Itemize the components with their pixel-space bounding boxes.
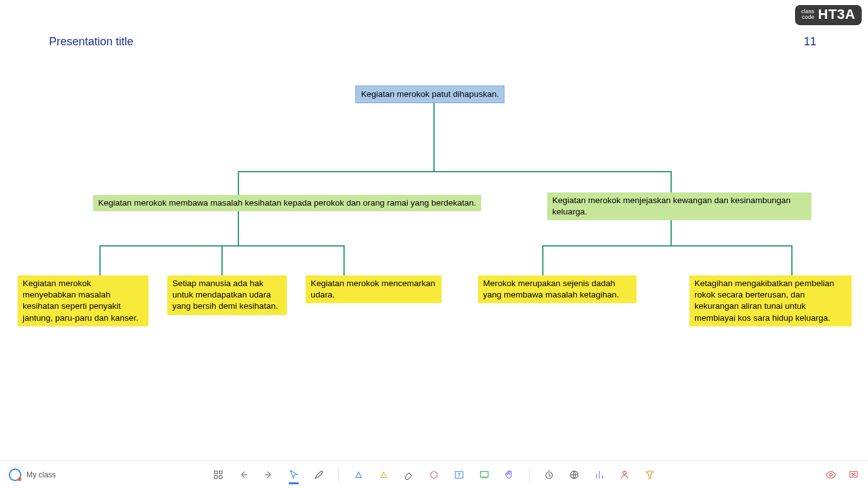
hand-icon[interactable] [504,469,515,480]
eraser-icon[interactable] [403,469,415,480]
class-code-label: class code [801,9,815,21]
grid-icon[interactable] [213,469,224,480]
node-branch-1[interactable]: Kegiatan merokok membawa masalah kesihat… [93,195,481,211]
user-icon[interactable] [619,469,630,480]
toolbar-right [825,469,859,480]
trophy-icon[interactable] [644,469,655,480]
arrow-right-icon[interactable] [263,469,274,480]
connector [221,245,223,275]
brand-label: My class [26,470,56,479]
svg-rect-0 [214,471,218,474]
connector [542,245,543,275]
node-leaf-1-1[interactable]: Kegiatan merokok menyebabkan masalah kes… [18,275,148,326]
connector [542,245,793,247]
pointer-icon[interactable] [288,469,299,480]
text-box-icon[interactable] [453,469,465,480]
highlighter-yellow-icon[interactable] [378,469,389,480]
node-leaf-1-3[interactable]: Kegiatan merokok mencemarkan udara. [306,275,442,303]
shape-circle-icon[interactable] [428,469,440,480]
connector [238,209,239,245]
connector [670,171,672,195]
svg-rect-3 [220,475,223,479]
arrow-left-icon[interactable] [238,469,249,480]
canvas: Presentation title 11 class code HT3A Ke… [0,0,868,488]
timer-icon[interactable] [543,469,555,480]
end-presentation-icon[interactable] [848,469,859,480]
node-branch-2[interactable]: Kegiatan merokok menjejaskan kewangan da… [547,192,811,220]
separator [529,468,530,482]
highlighter-blue-icon[interactable] [353,469,364,480]
node-root[interactable]: Kegiatan merokok patut dihapuskan. [355,86,504,103]
svg-point-10 [830,473,833,476]
brand-logo-icon [9,469,21,481]
svg-point-9 [623,471,626,474]
poll-icon[interactable] [594,469,605,480]
separator [338,468,339,482]
class-code-badge[interactable]: class code HT3A [795,5,862,25]
presentation-title: Presentation title [49,35,133,48]
whiteboard-icon[interactable] [479,469,490,480]
svg-rect-2 [214,475,218,479]
node-leaf-1-2[interactable]: Setiap manusia ada hak untuk mendapatkan… [167,275,287,315]
svg-rect-1 [220,471,223,474]
node-leaf-2-1[interactable]: Merokok merupakan sejenis dadah yang mem… [478,275,637,303]
globe-icon[interactable] [569,469,580,480]
connector [99,245,101,275]
toolbar-center [213,468,655,482]
eye-icon[interactable] [825,469,837,480]
connector [238,171,672,172]
page-number: 11 [804,35,816,48]
pen-icon[interactable] [313,469,325,480]
connector [433,101,435,171]
bottom-toolbar: My class [0,460,868,488]
svg-rect-6 [481,471,488,477]
class-code-value: HT3A [818,8,855,21]
connector [238,171,239,195]
node-leaf-2-2[interactable]: Ketagihan mengakibatkan pembelian rokok … [689,275,852,326]
svg-point-4 [431,471,438,478]
connector [791,245,793,275]
connector [343,245,345,275]
brand[interactable]: My class [9,469,56,481]
